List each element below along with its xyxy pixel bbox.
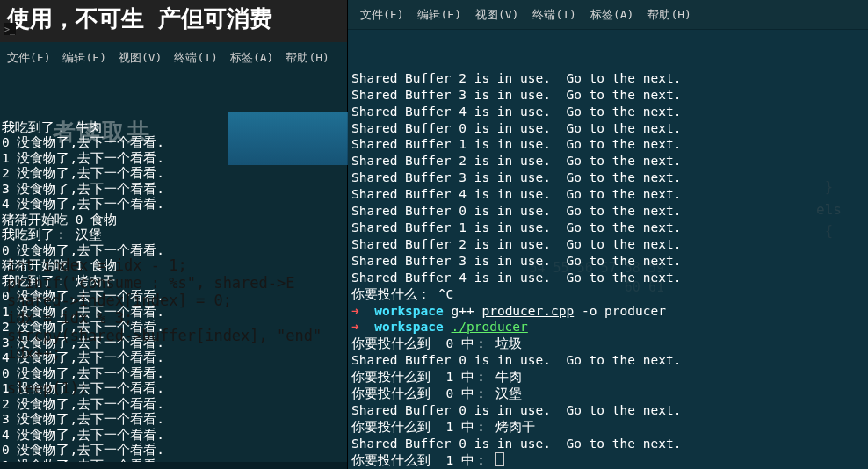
right-terminal-output: Shared Buffer 2 is in use. Go to the nex… [351,70,864,469]
terminal-line: Shared Buffer 3 is in use. Go to the nex… [351,170,864,186]
terminal-line: 0 没食物了,去下一个看看. [2,289,345,305]
cursor-icon [495,452,504,466]
terminal-line: 0 没食物了,去下一个看看. [2,135,345,151]
terminal-line: Shared Buffer 2 is in use. Go to the nex… [351,70,864,87]
terminal-line: Shared Buffer 2 is in use. Go to the nex… [351,236,864,253]
terminal-line: 0 没食物了,去下一个看看. [2,366,345,382]
terminal-line: 你要投什么到 1 中： [351,452,864,469]
terminal-line: 0 没食物了,去下一个看看. [2,443,345,458]
menu-tabs[interactable]: 标签(A) [590,7,633,23]
menu-view[interactable]: 视图(V) [475,7,518,23]
terminal-line: 你要投什么到 0 中： 垃圾 [351,336,864,352]
menu-file[interactable]: 文件(F) [360,7,403,23]
left-terminal-output: 我吃到了： 牛肉0 没食物了,去下一个看看.1 没食物了,去下一个看看.2 没食… [2,120,345,470]
terminal-line: Shared Buffer 1 is in use. Go to the nex… [351,220,864,236]
terminal-line: 你要投什么： ^C [351,286,864,303]
terminal-line: 2 没食物了,去下一个看看. [2,166,345,182]
terminal-line: 1 没食物了,去下一个看看. [2,381,345,397]
terminal-line: 1 没食物了,去下一个看看. [2,305,345,321]
terminal-line: Shared Buffer 0 is in use. Go to the nex… [351,402,864,419]
terminal-line: Shared Buffer 0 is in use. Go to the nex… [351,120,864,137]
terminal-line: Shared Buffer 4 is in use. Go to the nex… [351,104,864,120]
left-bottom-border [0,462,347,469]
terminal-line: Shared Buffer 0 is in use. Go to the nex… [351,352,864,369]
terminal-line: 我吃到了： 牛肉 [2,120,345,136]
terminal-line: 我吃到了： 烤肉干 [2,274,345,290]
terminal-line: 3 没食物了,去下一个看看. [2,182,345,198]
left-menu-bar: 文件(F) 编辑(E) 视图(V) 终端(T) 标签(A) 帮助(H) [0,47,347,69]
terminal-line: Shared Buffer 1 is in use. Go to the nex… [351,136,864,153]
menu-file[interactable]: 文件(F) [7,50,50,66]
terminal-line: 4 没食物了,去下一个看看. [2,428,345,444]
terminal-line: Shared Buffer 3 is in use. Go to the nex… [351,253,864,270]
menu-tabs[interactable]: 标签(A) [230,50,273,66]
menu-terminal[interactable]: 终端(T) [532,7,575,23]
terminal-line: 4 没食物了,去下一个看看. [2,197,345,213]
menu-help[interactable]: 帮助(H) [286,50,329,66]
terminal-line: ➜ workspace ./producer [351,319,864,336]
terminal-line: Shared Buffer 0 is in use. Go to the nex… [351,436,864,452]
menu-terminal[interactable]: 终端(T) [174,50,217,66]
terminal-line: Shared Buffer 3 is in use. Go to the nex… [351,87,864,104]
terminal-line: 3 没食物了,去下一个看看. [2,336,345,351]
terminal-line: 猪猪开始吃 1 食物 [2,258,345,274]
terminal-line: 1 没食物了,去下一个看看. [2,151,345,167]
prompt-arrow-icon: ➜ [351,320,374,334]
prompt-command: g++ producer.cpp -o producer [452,304,666,318]
terminal-line: 2 没食物了,去下一个看看. [2,397,345,413]
right-terminal-window: 文件(F) 编辑(E) 视图(V) 终端(T) 标签(A) 帮助(H) } el… [348,0,868,469]
right-terminal-body[interactable]: Shared Buffer 2 is in use. Go to the nex… [348,32,868,469]
terminal-line: 你要投什么到 1 中： 牛肉 [351,369,864,386]
menu-help[interactable]: 帮助(H) [647,7,691,23]
menu-edit[interactable]: 编辑(E) [62,50,105,66]
terminal-line: Shared Buffer 0 is in use. Go to the nex… [351,203,864,220]
terminal-line: 你要投什么到 1 中： 烤肉干 [351,419,864,436]
terminal-line: Shared Buffer 4 is in use. Go to the nex… [351,186,864,203]
terminal-line: 4 没食物了,去下一个看看. [2,350,345,366]
terminal-line: ➜ workspace g++ producer.cpp -o producer [351,303,864,320]
terminal-line: Shared Buffer 2 is in use. Go to the nex… [351,153,864,170]
terminal-line: 0 没食物了,去下一个看看. [2,243,345,259]
right-menu-bar: 文件(F) 编辑(E) 视图(V) 终端(T) 标签(A) 帮助(H) [348,0,868,30]
prompt-cwd: workspace [374,320,444,334]
terminal-icon: >_ [4,23,16,35]
terminal-line: 你要投什么到 0 中： 汉堡 [351,386,864,402]
menu-edit[interactable]: 编辑(E) [417,7,460,23]
left-terminal-body[interactable]: 者读取共 int index = idx - 1; printf("consum… [0,70,347,469]
menu-view[interactable]: 视图(V) [119,50,162,66]
prompt-command: ./producer [452,320,528,334]
terminal-line: 我吃到了： 汉堡 [2,227,345,243]
terminal-line: Shared Buffer 4 is in use. Go to the nex… [351,270,864,286]
terminal-line: 2 没食物了,去下一个看看. [2,320,345,336]
terminal-line: 3 没食物了,去下一个看看. [2,412,345,428]
prompt-cwd: workspace [374,304,444,318]
terminal-line: 猪猪开始吃 0 食物 [2,213,345,228]
prompt-arrow-icon: ➜ [351,304,374,318]
background-window-title: 使用，不可生 产但可消费 [0,0,347,42]
left-terminal-window: 使用，不可生 产但可消费 >_ 文件(F) 编辑(E) 视图(V) 终端(T) … [0,0,348,469]
